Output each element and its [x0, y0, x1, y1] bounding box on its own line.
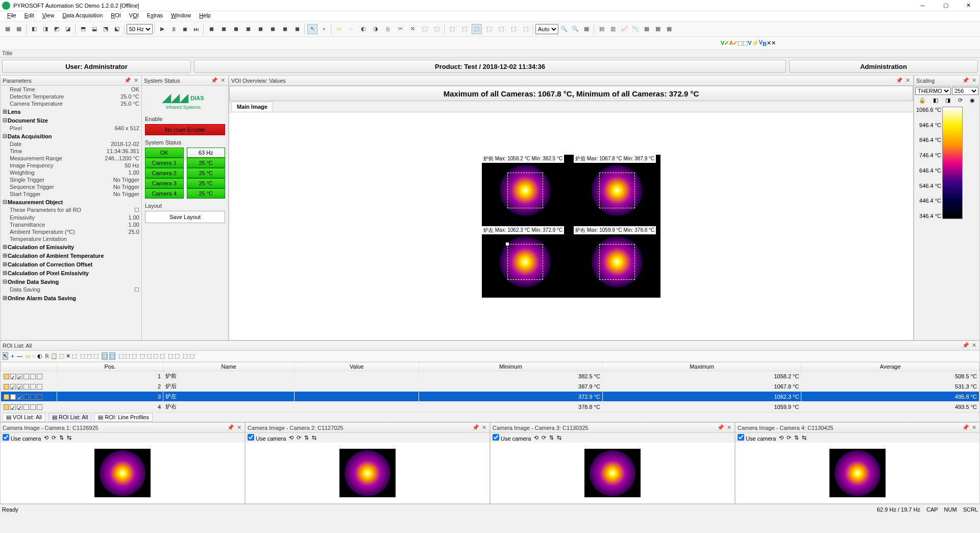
- roi-row[interactable]: ✓✓ 3炉左372.9 °C1062.3 °C495.8 °C: [1, 392, 979, 402]
- menu-window[interactable]: Window: [167, 11, 195, 21]
- cut-icon[interactable]: ✂: [395, 24, 405, 34]
- pin-icon[interactable]: 📌: [962, 77, 969, 84]
- close-icon[interactable]: ✕: [970, 424, 977, 431]
- cam-icon[interactable]: ⟲: [289, 434, 293, 441]
- cam-icon[interactable]: ⇅: [794, 434, 799, 441]
- param-section[interactable]: ⊟ Data Acquisition: [1, 132, 141, 140]
- roi-tab[interactable]: ▤ ROI: Line Profiles: [94, 413, 152, 422]
- tb-icon[interactable]: ◼: [267, 24, 278, 34]
- pointer-icon[interactable]: ↖: [3, 352, 8, 360]
- save-layout-button[interactable]: Save Layout: [145, 211, 225, 223]
- pin-icon[interactable]: 📌: [227, 424, 234, 431]
- tb-icon[interactable]: ◼: [243, 24, 253, 34]
- pin-icon[interactable]: 📌: [962, 342, 969, 349]
- param-row[interactable]: Data Saving☐: [1, 286, 141, 294]
- cam-icon[interactable]: ⟳: [52, 434, 56, 441]
- tb-icon[interactable]: ⬚: [459, 24, 470, 34]
- tb-icon[interactable]: ⏭: [191, 24, 201, 34]
- cam-icon[interactable]: ⇆: [312, 434, 316, 441]
- color-scale[interactable]: [942, 107, 963, 219]
- rect-icon[interactable]: ▭: [26, 353, 31, 359]
- use-camera-checkbox[interactable]: Use camera: [3, 434, 41, 442]
- use-camera-checkbox[interactable]: Use camera: [493, 434, 531, 442]
- tb-icon[interactable]: ⟳: [958, 97, 963, 104]
- tb-icon[interactable]: ⬚: [93, 353, 99, 359]
- zoom-in-icon[interactable]: 🔍: [570, 24, 580, 34]
- cam-icon[interactable]: ⟳: [297, 434, 301, 441]
- maximize-button[interactable]: ▢: [934, 0, 957, 11]
- tb-icon[interactable]: ⬚: [508, 24, 519, 34]
- tb-icon[interactable]: ▦: [3, 24, 13, 34]
- close-icon[interactable]: ✕: [219, 77, 226, 84]
- menu-roi[interactable]: ROI: [107, 11, 125, 21]
- menu-data-acquisition[interactable]: Data Acquisition: [58, 11, 107, 21]
- tb-icon[interactable]: ◼: [231, 24, 241, 34]
- cam-icon[interactable]: ⇅: [304, 434, 309, 441]
- play-icon[interactable]: ▶: [157, 24, 167, 34]
- lock-icon[interactable]: 🔒: [919, 97, 926, 104]
- tb-icon[interactable]: ⏹: [180, 24, 190, 34]
- camera-image[interactable]: [584, 449, 641, 497]
- cam-icon[interactable]: ⇆: [67, 434, 71, 441]
- tb-icon[interactable]: ⬚: [521, 24, 531, 34]
- param-section[interactable]: ⊞ Calculation of Ambient Temperature: [1, 251, 141, 260]
- close-icon[interactable]: ✕: [970, 77, 977, 84]
- menu-edit[interactable]: Edit: [20, 11, 38, 21]
- param-section[interactable]: ⊞ Online Alarm Data Saving: [1, 294, 141, 302]
- cam-icon[interactable]: ⟲: [779, 434, 783, 441]
- delete-icon[interactable]: ✕: [407, 24, 418, 34]
- circle-icon[interactable]: ○: [32, 353, 36, 359]
- tb-icon[interactable]: ▦: [642, 24, 652, 34]
- tb-icon[interactable]: ⬚: [59, 353, 64, 359]
- cam-icon[interactable]: ⟳: [787, 434, 791, 441]
- cam-icon[interactable]: ⟲: [534, 434, 538, 441]
- tb-icon[interactable]: ◼: [292, 24, 302, 34]
- tb-icon[interactable]: ⬚: [472, 24, 482, 34]
- tb-icon[interactable]: ⬚: [125, 353, 130, 359]
- cam-icon[interactable]: ⇆: [557, 434, 561, 441]
- param-row[interactable]: Measurement Range248...1200 °C: [1, 155, 141, 162]
- zoom-out-icon[interactable]: 🔍: [559, 24, 569, 34]
- levels-select[interactable]: 256: [952, 87, 978, 95]
- tb-icon[interactable]: ⬚: [102, 352, 108, 360]
- tb-icon[interactable]: ⬚: [420, 24, 430, 34]
- thermal-area[interactable]: 炉前 Max: 1058.2 °C Min: 382.5 °C 炉后 Max: …: [229, 112, 913, 340]
- use-camera-checkbox[interactable]: Use camera: [248, 434, 286, 442]
- cam-icon[interactable]: ⇆: [802, 434, 806, 441]
- palette-select[interactable]: THERMO: [915, 87, 951, 95]
- param-row[interactable]: Camera Temperature25.0 °C: [1, 100, 141, 107]
- tb-icon[interactable]: ◨: [40, 24, 51, 34]
- v2-icon[interactable]: V⚡: [748, 40, 758, 46]
- minimize-button[interactable]: ─: [911, 0, 934, 11]
- tb-icon[interactable]: ◼: [218, 24, 229, 34]
- cam-icon[interactable]: ⇅: [59, 434, 64, 441]
- roi-box[interactable]: [507, 173, 543, 208]
- tb-icon[interactable]: ◧: [933, 97, 938, 104]
- circle-icon[interactable]: ○: [346, 24, 356, 34]
- menu-file[interactable]: File: [3, 11, 20, 21]
- param-row[interactable]: Weighting1.00: [1, 169, 141, 176]
- tb-icon[interactable]: ⬕: [112, 24, 122, 34]
- close-icon[interactable]: ✕: [970, 342, 977, 349]
- roi-row[interactable]: ✓✓ 1炉前382.5 °C1058.2 °C508.5 °C: [1, 371, 979, 381]
- menu-view[interactable]: View: [38, 11, 59, 21]
- roi-tab[interactable]: ▤ ROI List: All: [48, 413, 92, 422]
- tb-icon[interactable]: ◐: [37, 353, 42, 359]
- tb-icon[interactable]: ⬚: [175, 353, 180, 359]
- thermal-cell[interactable]: 炉前 Max: 1058.2 °C Min: 382.5 °C: [482, 155, 569, 221]
- tb-icon[interactable]: ◑: [371, 24, 381, 34]
- tb-icon[interactable]: ⬚: [72, 353, 77, 359]
- pin-icon[interactable]: 📌: [717, 424, 724, 431]
- param-row[interactable]: Real TimeOK: [1, 86, 141, 93]
- tb-icon[interactable]: ◼: [206, 24, 216, 34]
- tb-icon[interactable]: ◨: [945, 97, 950, 104]
- param-row[interactable]: Pixel640 x 512: [1, 125, 141, 132]
- tb-icon[interactable]: ◉: [970, 97, 975, 104]
- cam-icon[interactable]: ⟲: [44, 434, 48, 441]
- param-section[interactable]: ⊞ Calculation of Correction Offset: [1, 260, 141, 269]
- tb-icon[interactable]: ◧: [29, 24, 39, 34]
- param-section[interactable]: ⊞ Lens: [1, 107, 141, 116]
- a-icon[interactable]: A✓: [729, 40, 738, 46]
- chart-icon[interactable]: 📈: [619, 24, 629, 34]
- tb-icon[interactable]: ▦: [664, 24, 674, 34]
